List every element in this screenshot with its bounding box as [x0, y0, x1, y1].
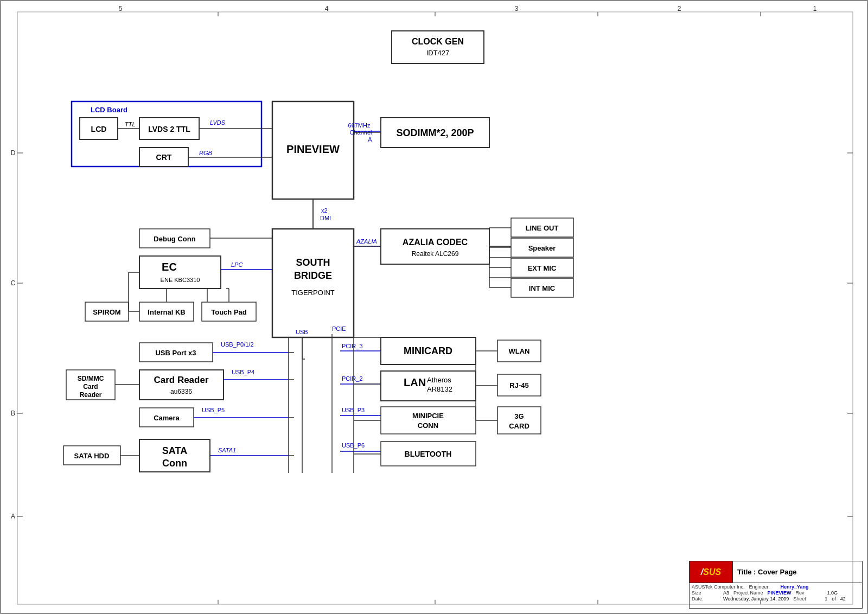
svg-rect-51: [272, 229, 354, 337]
sheet-label: Sheet: [793, 596, 820, 602]
svg-text:USB_P3: USB_P3: [342, 407, 365, 413]
svg-text:Atheros: Atheros: [427, 376, 451, 384]
svg-text:CRT: CRT: [156, 153, 172, 162]
svg-text:SATA: SATA: [162, 445, 187, 456]
engineer-value: Henry_Yang: [781, 584, 809, 590]
svg-text:AZALIA CODEC: AZALIA CODEC: [403, 238, 468, 247]
svg-rect-84: [139, 256, 221, 289]
svg-text:LVDS: LVDS: [210, 119, 226, 126]
size-row: Size A3 Project Name PINEVIEW Rev 1.0G: [692, 590, 860, 596]
project-label: Project Name: [733, 590, 763, 596]
title-block-title: Title : Cover Page: [733, 561, 862, 583]
svg-text:PINEVIEW: PINEVIEW: [286, 143, 340, 155]
svg-text:ENE KBC3310: ENE KBC3310: [161, 277, 200, 283]
svg-text:LAN: LAN: [404, 376, 426, 388]
svg-text:LINE OUT: LINE OUT: [526, 224, 559, 232]
svg-text:BRIDGE: BRIDGE: [294, 270, 332, 281]
svg-text:AZALIA: AZALIA: [356, 238, 377, 245]
title-block: /SUS Title : Cover Page ASUSTek Computer…: [689, 561, 863, 609]
svg-text:MINICARD: MINICARD: [404, 346, 452, 356]
svg-text:SD/MMC: SD/MMC: [78, 375, 104, 382]
svg-text:Speaker: Speaker: [528, 244, 556, 252]
svg-text:A: A: [368, 136, 372, 143]
svg-text:USB: USB: [296, 329, 308, 335]
svg-text:Card Reader: Card Reader: [154, 375, 208, 385]
svg-text:SATA1: SATA1: [218, 447, 236, 453]
title-label: Title :: [737, 568, 756, 576]
svg-text:USB_P5: USB_P5: [202, 407, 225, 413]
svg-text:A: A: [11, 513, 15, 520]
svg-text:BLUETOOTH: BLUETOOTH: [405, 450, 452, 458]
svg-text:EC: EC: [162, 261, 177, 273]
svg-text:CLOCK GEN: CLOCK GEN: [412, 37, 464, 46]
svg-text:SATA HDD: SATA HDD: [74, 452, 110, 460]
svg-text:3: 3: [515, 5, 519, 12]
svg-text:CONN: CONN: [418, 421, 438, 430]
svg-text:667MHz: 667MHz: [348, 122, 371, 129]
title-value: Cover Page: [758, 568, 797, 576]
company-row: ASUSTek Computer Inc. Engineer: Henry_Ya…: [692, 584, 860, 590]
svg-text:PCIR_3: PCIR_3: [342, 343, 363, 349]
svg-text:C: C: [11, 279, 16, 287]
svg-text:PCIR_2: PCIR_2: [342, 375, 363, 382]
svg-rect-26: [392, 31, 484, 63]
svg-text:IDT427: IDT427: [426, 49, 450, 57]
svg-text:USB_P6: USB_P6: [342, 442, 365, 449]
svg-text:D: D: [11, 149, 16, 157]
svg-text:LCD Board: LCD Board: [91, 106, 127, 114]
of-label: of: [832, 596, 836, 602]
svg-text:WLAN: WLAN: [509, 347, 530, 355]
svg-text:LVDS 2 TTL: LVDS 2 TTL: [148, 125, 190, 133]
company-name: ASUSTek Computer Inc.: [692, 584, 745, 590]
svg-text:SODIMM*2, 200P: SODIMM*2, 200P: [396, 127, 474, 138]
title-block-bottom: ASUSTek Computer Inc. Engineer: Henry_Ya…: [690, 583, 862, 603]
svg-text:Touch Pad: Touch Pad: [211, 308, 247, 316]
date-value: Wednesday, January 14, 2009: [723, 596, 789, 602]
schematic-container: 5 4 3 2 1 D C B A CLOCK GEN IDT427 PINEV…: [0, 0, 868, 614]
svg-text:LCD: LCD: [91, 125, 107, 133]
svg-text:CARD: CARD: [509, 422, 529, 430]
svg-text:AR8132: AR8132: [427, 385, 452, 393]
svg-text:DMI: DMI: [320, 215, 331, 221]
total-sheets: 42: [840, 596, 846, 602]
schematic-svg: 5 4 3 2 1 D C B A CLOCK GEN IDT427 PINEV…: [1, 1, 868, 614]
svg-text:INT MIC: INT MIC: [529, 284, 556, 292]
title-block-top: /SUS Title : Cover Page: [690, 561, 862, 583]
svg-text:Debug Conn: Debug Conn: [154, 235, 195, 243]
svg-text:TIGERPOINT: TIGERPOINT: [291, 289, 335, 297]
svg-text:1: 1: [813, 5, 817, 12]
svg-text:SPIROM: SPIROM: [93, 308, 120, 316]
svg-text:Reader: Reader: [80, 391, 102, 399]
svg-text:Realtek ALC269: Realtek ALC269: [412, 250, 459, 258]
svg-text:LPC: LPC: [231, 261, 242, 268]
svg-text:RJ-45: RJ-45: [509, 381, 528, 389]
svg-text:TTL: TTL: [125, 121, 136, 127]
svg-text:3G: 3G: [514, 412, 524, 420]
date-row: Date: Wednesday, January 14, 2009 Sheet …: [692, 596, 860, 602]
rev-label: Rev: [796, 590, 823, 596]
size-label: Size: [692, 590, 719, 596]
svg-text:B: B: [11, 410, 15, 417]
sheet-num: 1: [825, 596, 827, 602]
rev-value: 1.0G: [827, 590, 838, 596]
svg-text:SOUTH: SOUTH: [296, 257, 330, 268]
svg-text:5: 5: [119, 5, 123, 12]
svg-text:USB Port x3: USB Port x3: [155, 349, 196, 357]
asus-logo: /SUS: [690, 561, 733, 583]
svg-text:USB_P0/1/2: USB_P0/1/2: [221, 341, 254, 348]
svg-text:USB_P4: USB_P4: [232, 369, 254, 375]
svg-text:4: 4: [325, 5, 329, 12]
engineer-label: Engineer:: [749, 584, 776, 590]
svg-text:Camera: Camera: [154, 414, 180, 422]
svg-text:Internal KB: Internal KB: [148, 308, 185, 316]
svg-rect-158: [381, 407, 476, 434]
svg-text:RGB: RGB: [199, 150, 212, 156]
svg-text:Card: Card: [83, 383, 98, 391]
date-label: Date:: [692, 596, 719, 602]
svg-text:PCIE: PCIE: [332, 325, 346, 332]
svg-text:MINIPCIE: MINIPCIE: [412, 412, 444, 420]
svg-text:au6336: au6336: [170, 388, 192, 395]
project-value: PINEVIEW: [768, 590, 792, 596]
svg-text:2: 2: [678, 5, 681, 12]
svg-text:EXT MIC: EXT MIC: [528, 264, 557, 272]
